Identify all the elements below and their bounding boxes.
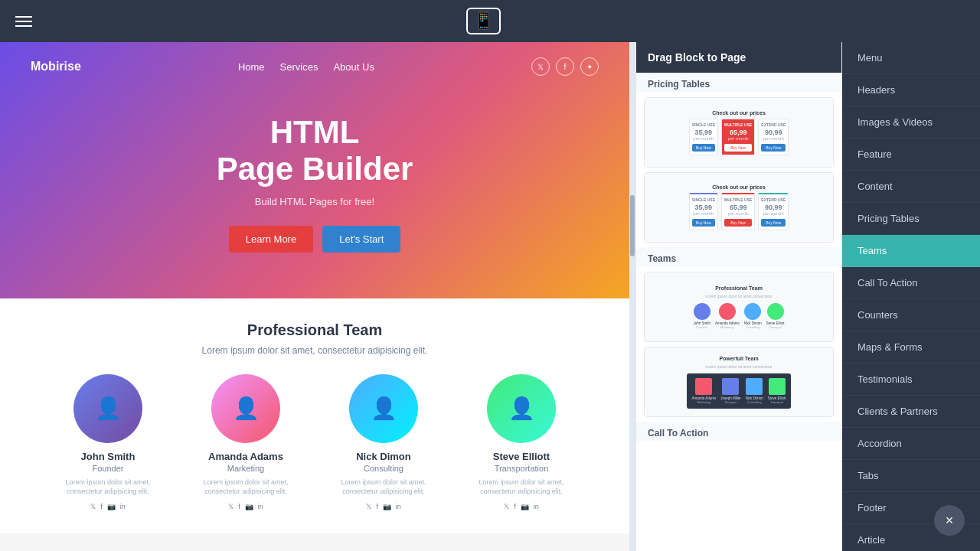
nav-item-content[interactable]: Content — [842, 171, 980, 203]
avatar-steve: 👤 — [487, 374, 556, 443]
member-role-1: Founder — [47, 464, 169, 473]
team-thumb-member-4: Steve Elliott Transport — [766, 303, 785, 329]
mobile-preview-icon[interactable]: 📱 — [466, 8, 501, 34]
nav-item-feature[interactable]: Feature — [842, 139, 980, 171]
twitter-link-3[interactable]: 𝕏 — [366, 503, 371, 510]
linkedin-link-4[interactable]: in — [534, 503, 539, 510]
blocks-panel: Drag Block to Page Pricing Tables Check … — [635, 42, 842, 551]
member-name-1: John Smith — [47, 451, 169, 462]
team-thumb-member-3: Nick Dimon Consulting — [744, 303, 762, 329]
pricing-tables-label: Pricing Tables — [636, 73, 841, 93]
top-bar-center: 📱 — [466, 8, 501, 34]
instagram-icon[interactable]: ✦ — [580, 57, 599, 76]
avatar-amanda: 👤 — [211, 374, 280, 443]
team-thumb-member-8: Steve Elliott Transport — [768, 378, 786, 404]
instagram-link-1[interactable]: 📷 — [107, 503, 116, 510]
team-member-2: 👤 Amanda Adams Marketing Lorem ipsum dol… — [185, 374, 307, 510]
avatar-nick: 👤 — [349, 374, 418, 443]
hero-section: Mobirise Home Services About Us 𝕏 f ✦ HT… — [0, 42, 629, 298]
nav-item-accordion[interactable]: Accordion — [842, 428, 980, 460]
team-thumb-avatar-6 — [722, 378, 739, 395]
instagram-link-2[interactable]: 📷 — [245, 503, 253, 510]
nav-item-pricing-tables[interactable]: Pricing Tables — [842, 203, 980, 235]
team-thumb-avatar-1 — [694, 303, 710, 320]
member-desc-1: Lorem ipsum dolor sit amet, consectetur … — [47, 478, 169, 497]
nav-link-about[interactable]: About Us — [333, 61, 374, 73]
nav-item-teams[interactable]: Teams — [842, 235, 980, 267]
twitter-link-1[interactable]: 𝕏 — [90, 503, 96, 510]
facebook-link-2[interactable]: f — [238, 503, 240, 510]
nav-item-counters[interactable]: Counters — [842, 299, 980, 331]
team-thumb-avatar-2 — [719, 303, 736, 320]
nav-item-call-to-action[interactable]: Call To Action — [842, 267, 980, 299]
nav-item-maps-forms[interactable]: Maps & Forms — [842, 331, 980, 364]
team-thumb-avatar-5 — [695, 378, 712, 395]
nav-item-tabs[interactable]: Tabs — [842, 460, 980, 492]
close-button[interactable]: × — [934, 505, 965, 536]
facebook-link-3[interactable]: f — [376, 503, 378, 510]
twitter-link-4[interactable]: 𝕏 — [504, 503, 509, 510]
price-col-multiple-2: MULTIPLE USE 65,99 per month Buy Now — [721, 193, 755, 230]
nav-item-testimonials[interactable]: Testimonials — [842, 364, 980, 396]
nav-item-clients-partners[interactable]: Clients & Partners — [842, 396, 980, 428]
team-thumb-1: John Smith Founder Amanda Adams Marketin… — [693, 303, 784, 329]
team-grid: 👤 John Smith Founder Lorem ipsum dolor s… — [31, 374, 599, 510]
team-block-thumb-1[interactable]: Professional Team Lorem ipsum dolor sit … — [644, 272, 834, 342]
member-name-3: Nick Dimon — [322, 451, 445, 462]
member-socials-2: 𝕏 f 📷 in — [185, 503, 307, 510]
linkedin-link-3[interactable]: in — [396, 503, 401, 510]
team-thumb-avatar-3 — [744, 303, 761, 320]
nav-link-home[interactable]: Home — [238, 61, 265, 73]
member-desc-2: Lorem ipsum dolor sit amet, consectetur … — [185, 478, 307, 497]
team-thumb-avatar-4 — [767, 303, 784, 320]
price-col-extend-1: EXTEND USE 90,99 per month Buy Now — [758, 119, 789, 155]
member-role-3: Consulting — [322, 464, 445, 473]
pricing-block-thumb-1[interactable]: Check out our prices SINGLE USE 35,99 pe… — [644, 97, 834, 168]
blocks-panel-header: Drag Block to Page — [636, 42, 841, 73]
price-col-single-2: SINGLE USE 35,99 per month Buy Now — [689, 193, 718, 230]
preview-area: Mobirise Home Services About Us 𝕏 f ✦ HT… — [0, 42, 629, 551]
team-section-desc: Lorem ipsum dolor sit amet, consectetur … — [31, 345, 599, 356]
team-thumb-member-2: Amanda Adams Marketing — [715, 303, 740, 329]
team-thumb-inner-1: Professional Team Lorem ipsum dolor sit … — [645, 272, 833, 341]
learn-more-button[interactable]: Learn More — [229, 226, 313, 253]
scrollbar-thumb[interactable] — [630, 195, 635, 256]
hamburger-icon[interactable] — [15, 16, 32, 27]
hero-logo: Mobirise — [31, 60, 81, 73]
instagram-link-3[interactable]: 📷 — [383, 503, 391, 510]
twitter-link-2[interactable]: 𝕏 — [228, 503, 234, 510]
hero-subtitle: Build HTML Pages for free! — [31, 196, 599, 207]
facebook-link-4[interactable]: f — [514, 503, 516, 510]
main-content: Mobirise Home Services About Us 𝕏 f ✦ HT… — [0, 42, 980, 551]
top-bar-left — [15, 16, 32, 27]
nav-item-images-videos[interactable]: Images & Videos — [842, 106, 980, 139]
team-thumb-avatar-8 — [769, 378, 786, 395]
team-member-3: 👤 Nick Dimon Consulting Lorem ipsum dolo… — [322, 374, 445, 510]
hero-nav: Mobirise Home Services About Us 𝕏 f ✦ — [31, 57, 599, 76]
member-socials-1: 𝕏 f 📷 in — [47, 503, 169, 510]
team-section-title: Professional Team — [31, 321, 599, 339]
pricing-block-thumb-2[interactable]: Check out our prices SINGLE USE 35,99 pe… — [644, 172, 834, 243]
twitter-icon[interactable]: 𝕏 — [531, 57, 550, 76]
nav-item-menu[interactable]: Menu — [842, 42, 980, 74]
linkedin-link-1[interactable]: in — [120, 503, 126, 510]
instagram-link-4[interactable]: 📷 — [521, 503, 529, 510]
nav-item-headers[interactable]: Headers — [842, 74, 980, 106]
facebook-icon[interactable]: f — [556, 57, 574, 76]
member-role-4: Transportation — [460, 464, 583, 473]
member-desc-4: Lorem ipsum dolor sit amet, consectetur … — [460, 478, 583, 497]
top-bar: 📱 — [0, 0, 980, 42]
facebook-link-1[interactable]: f — [100, 503, 103, 510]
linkedin-link-2[interactable]: in — [258, 503, 263, 510]
member-desc-3: Lorem ipsum dolor sit amet, consectetur … — [322, 478, 445, 497]
member-socials-3: 𝕏 f 📷 in — [322, 503, 445, 510]
team-thumb-member-6: Joseph Miller Designer — [720, 378, 741, 404]
team-member-1: 👤 John Smith Founder Lorem ipsum dolor s… — [47, 374, 169, 510]
nav-link-services[interactable]: Services — [280, 61, 318, 73]
lets-start-button[interactable]: Let's Start — [322, 226, 400, 253]
team-member-4: 👤 Steve Elliott Transportation Lorem ips… — [460, 374, 583, 510]
hero-nav-links: Home Services About Us — [238, 61, 374, 73]
price-col-extend-2: EXTEND USE 90,99 per month Buy Now — [758, 193, 789, 230]
team-block-thumb-2[interactable]: Powerfull Team Lorem ipsum dolor sit ame… — [644, 347, 834, 417]
team-thumb-2: Amanda Adams Marketing Joseph Miller Des… — [687, 373, 790, 409]
